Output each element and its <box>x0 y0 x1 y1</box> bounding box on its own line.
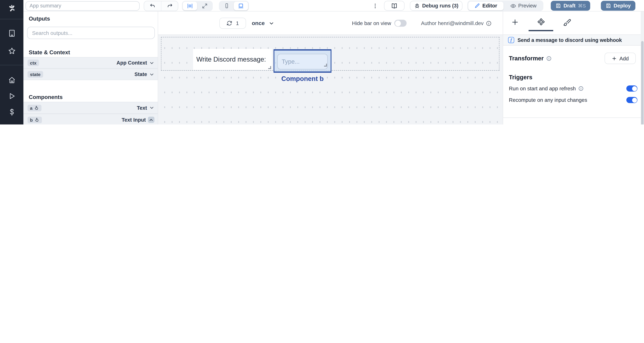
runnable-header-title: Send a message to discord using webhook <box>518 37 622 43</box>
text-component-a[interactable]: Write Discord message: <box>193 49 272 70</box>
function-icon: f <box>508 37 514 43</box>
settings-tab[interactable] <box>536 18 546 27</box>
frequency-select[interactable]: once <box>252 18 274 28</box>
panel-scrollbar[interactable] <box>641 12 644 124</box>
draft-button[interactable]: Draft ⌘S <box>551 1 590 11</box>
styling-tab[interactable] <box>562 18 572 27</box>
brush-icon <box>563 18 571 26</box>
undo-button[interactable] <box>144 1 161 10</box>
refresh-count-button[interactable]: 1 <box>219 18 246 28</box>
sidebar-variables-icon[interactable] <box>7 108 16 117</box>
resize-handle[interactable] <box>268 66 271 69</box>
chevron-down-icon <box>149 105 154 110</box>
sidebar-home-icon[interactable] <box>7 76 16 85</box>
app-summary-input[interactable] <box>26 1 140 10</box>
redo-button[interactable] <box>161 1 178 10</box>
docs-button[interactable] <box>384 1 404 11</box>
ctx-badge: ctx <box>28 60 39 66</box>
search-outputs-input[interactable] <box>27 27 155 39</box>
eye-icon <box>510 3 516 9</box>
text-input-component-b[interactable] <box>274 49 332 73</box>
components-title: Components <box>29 94 62 100</box>
output-row-state[interactable]: state State <box>24 68 158 80</box>
laptop-icon <box>238 3 244 9</box>
selected-component-label: Component b <box>274 75 332 82</box>
tab-editor[interactable]: Editor <box>468 2 504 10</box>
info-icon <box>486 20 492 26</box>
outputs-panel: Outputs State & Context ctx App Context … <box>24 12 158 124</box>
chevron-down-icon <box>149 72 154 77</box>
tab-preview[interactable]: Preview <box>504 2 543 10</box>
chevron-down-icon <box>149 60 154 66</box>
editor-middle-column: 1 once Hide bar on view Author henri@win… <box>158 12 503 124</box>
fullscreen-layout-button[interactable] <box>198 2 212 10</box>
component-b-type: Text Input <box>122 117 146 123</box>
run-on-start-label: Run on start and app refresh <box>509 86 576 92</box>
run-on-start-toggle[interactable] <box>626 86 638 92</box>
smartphone-icon <box>224 3 230 9</box>
expand-icon <box>202 3 208 9</box>
info-icon <box>578 86 584 91</box>
app-sidebar <box>0 0 24 124</box>
debug-runs-button[interactable]: Debug runs (3) <box>410 1 462 11</box>
more-options-button[interactable] <box>372 1 378 11</box>
inputs-title: Inputs <box>509 124 527 124</box>
component-b-badge: b <box>30 117 33 122</box>
tab-editor-label: Editor <box>482 3 497 9</box>
app-canvas[interactable]: Write Discord message: Component b − 100… <box>158 35 503 124</box>
frequency-value: once <box>252 20 265 26</box>
transformer-title: Transformer <box>509 55 544 62</box>
canvas-toolbar: 1 once Hide bar on view Author henri@win… <box>158 12 503 35</box>
output-row-component-b[interactable]: b Text Input <box>24 114 158 124</box>
desktop-view-button[interactable] <box>234 2 248 10</box>
draft-shortcut: ⌘S <box>578 3 586 9</box>
text-component-a-label: Write Discord message: <box>196 56 266 63</box>
sidebar-resources-icon[interactable] <box>7 124 16 124</box>
discord-message-input[interactable] <box>277 54 328 70</box>
mobile-view-button[interactable] <box>220 2 233 10</box>
recompute-toggle[interactable] <box>626 97 638 103</box>
hide-bar-toggle[interactable] <box>394 20 407 27</box>
tab-preview-label: Preview <box>518 3 536 9</box>
state-context-title: State & Context <box>29 49 70 56</box>
sidebar-divider <box>0 65 24 65</box>
outputs-title: Outputs <box>29 16 50 22</box>
component-settings-icon <box>537 18 545 26</box>
add-transformer-button[interactable]: Add <box>605 52 636 64</box>
resize-handle[interactable] <box>324 64 327 66</box>
top-toolbar: Debug runs (3) Editor Preview Draft ⌘S <box>24 0 644 12</box>
output-row-ctx[interactable]: ctx App Context <box>24 57 158 68</box>
debug-runs-label: Debug runs (3) <box>422 3 458 9</box>
component-settings-panel: f Send a message to discord using webhoo… <box>503 12 644 124</box>
kebab-menu-icon <box>372 3 378 9</box>
hide-bar-label: Hide bar on view <box>352 20 391 26</box>
windmill-logo-icon[interactable] <box>7 4 16 13</box>
runnable-header: f Send a message to discord using webhoo… <box>503 34 641 46</box>
hand-pointer-icon <box>34 106 39 110</box>
state-type-label: State <box>134 72 147 77</box>
centered-layout-button[interactable] <box>183 2 197 10</box>
deploy-button[interactable]: Deploy <box>601 1 635 11</box>
active-tab-indicator <box>528 30 553 31</box>
info-icon <box>546 56 552 61</box>
hand-pointer-icon <box>34 117 39 122</box>
sidebar-favorites-icon[interactable] <box>7 46 16 56</box>
save-icon <box>555 3 561 9</box>
sidebar-divider <box>0 19 24 20</box>
ctx-type-label: App Context <box>116 60 147 66</box>
insert-component-tab[interactable] <box>510 18 520 27</box>
bug-icon <box>414 3 420 9</box>
draft-label: Draft <box>564 3 576 9</box>
refresh-icon <box>226 20 232 26</box>
sidebar-runs-icon[interactable] <box>7 92 16 100</box>
author-label: Author henri@windmill.dev <box>421 20 484 26</box>
sidebar-workspace-icon[interactable] <box>7 29 16 38</box>
output-row-component-a[interactable]: a Text <box>24 102 158 114</box>
collapse-b-button[interactable] <box>148 116 154 123</box>
add-label: Add <box>620 55 629 62</box>
plus-icon <box>612 56 617 61</box>
chevron-down-icon <box>268 20 274 26</box>
panel-divider <box>503 118 641 118</box>
refresh-count: 1 <box>236 20 239 26</box>
deploy-label: Deploy <box>614 3 631 9</box>
